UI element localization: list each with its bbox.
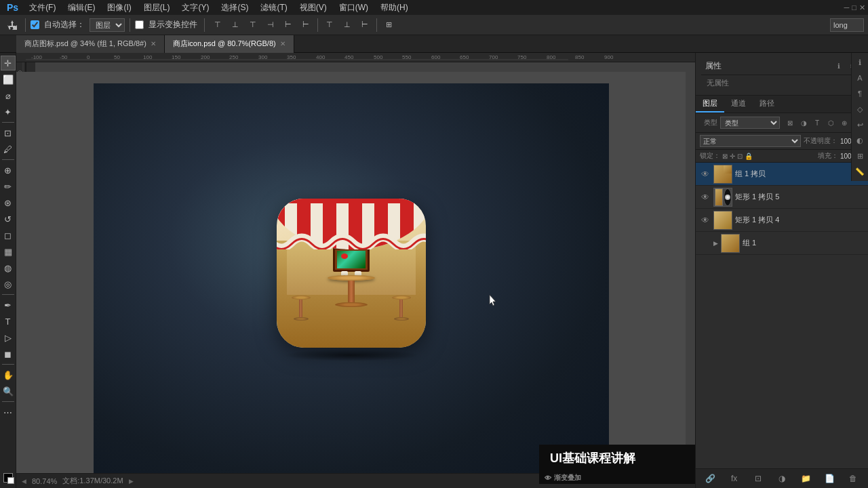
prop-icon-char[interactable]: A bbox=[853, 71, 867, 85]
link-layers-btn[interactable]: 🔗 bbox=[704, 472, 717, 485]
minimize-btn[interactable]: ─ bbox=[844, 3, 850, 12]
arrange-btn[interactable]: ⊞ bbox=[380, 17, 397, 33]
close-btn[interactable]: ✕ bbox=[859, 3, 865, 12]
blur-tool-icon[interactable]: ◍ bbox=[1, 260, 16, 275]
align-right-btn[interactable]: ⊢ bbox=[298, 17, 314, 33]
magic-wand-icon[interactable]: ✦ bbox=[1, 104, 16, 119]
distribute-top-btn[interactable]: ⊤ bbox=[321, 17, 338, 33]
layer-select[interactable]: 图层 组 bbox=[90, 18, 125, 32]
menu-text[interactable]: 文字(Y) bbox=[176, 1, 214, 15]
status-arrow-left[interactable]: ◀ bbox=[22, 478, 26, 485]
path-select-icon[interactable]: ▷ bbox=[1, 330, 16, 345]
search-input[interactable] bbox=[830, 18, 864, 32]
brush-tool-icon[interactable]: ✏ bbox=[1, 179, 16, 194]
distribute-vcenter-btn[interactable]: ⊥ bbox=[339, 17, 355, 33]
auto-select-checkbox[interactable] bbox=[31, 20, 39, 29]
tab-shop-icon[interactable]: 商店图标.psd @ 34% (组 1, RGB/8#) ✕ bbox=[16, 35, 165, 53]
prop-icon-path[interactable]: ◇ bbox=[853, 102, 867, 116]
crop-tool-icon[interactable]: ⊡ bbox=[1, 125, 16, 140]
tab-close-1[interactable]: ✕ bbox=[151, 40, 156, 47]
zoom-tool-icon[interactable]: 🔍 bbox=[1, 384, 16, 399]
pen-tool-icon[interactable]: ✒ bbox=[1, 298, 16, 312]
lasso-tool-icon[interactable]: ⌀ bbox=[1, 88, 16, 103]
menu-filter[interactable]: 滤镜(T) bbox=[255, 1, 292, 15]
prop-icon-info[interactable]: ℹ bbox=[853, 56, 867, 69]
add-style-btn[interactable]: fx bbox=[728, 472, 741, 485]
show-transform-checkbox[interactable] bbox=[135, 20, 144, 29]
menu-image[interactable]: 图像(I) bbox=[102, 1, 136, 15]
menu-view[interactable]: 视图(V) bbox=[294, 1, 332, 15]
align-vcenter-btn[interactable]: ⊥ bbox=[227, 17, 243, 33]
filter-pixel-icon[interactable]: ⊠ bbox=[784, 117, 796, 129]
new-adjustment-btn[interactable]: ◑ bbox=[775, 472, 789, 485]
layer-vis-1[interactable]: 👁 bbox=[700, 169, 711, 180]
lock-px-icon[interactable]: ⊠ bbox=[722, 152, 728, 160]
tab-paths[interactable]: 路径 bbox=[753, 96, 781, 113]
tab-close-2[interactable]: ✕ bbox=[280, 40, 285, 47]
marquee-tool-icon[interactable]: ⬜ bbox=[1, 72, 16, 87]
prop-icon-para[interactable]: ¶ bbox=[853, 87, 867, 100]
menu-edit[interactable]: 编辑(E) bbox=[62, 1, 100, 15]
lock-art-icon[interactable]: ⊡ bbox=[737, 152, 743, 160]
stamp-tool-icon[interactable]: ⊛ bbox=[1, 195, 16, 210]
align-hcenter-btn[interactable]: ⊢ bbox=[280, 17, 296, 33]
layer-name-3: 矩形 1 拷贝 4 bbox=[735, 215, 864, 225]
menu-window[interactable]: 窗口(W) bbox=[334, 1, 374, 15]
distribute-hcenter-btn[interactable]: ⊢ bbox=[357, 17, 373, 33]
prop-icon-3d[interactable]: ⊞ bbox=[853, 149, 867, 163]
status-arrow-right[interactable]: ▶ bbox=[129, 478, 134, 485]
menu-file[interactable]: 文件(F) bbox=[24, 1, 61, 15]
lock-move-icon[interactable]: ✛ bbox=[730, 152, 735, 160]
layer-vis-2[interactable]: 👁 bbox=[700, 192, 711, 203]
eyedropper-icon[interactable]: 🖊 bbox=[1, 142, 16, 157]
delete-layer-btn[interactable]: 🗑 bbox=[846, 472, 860, 485]
align-top-btn[interactable]: ⊤ bbox=[210, 17, 226, 33]
filter-adj-icon[interactable]: ◑ bbox=[797, 117, 810, 129]
tab-layers[interactable]: 图层 bbox=[696, 96, 724, 113]
tab-channels[interactable]: 通道 bbox=[724, 96, 753, 113]
shape-tool-icon[interactable]: ◼ bbox=[1, 346, 16, 361]
layer-lock-row: 锁定： ⊠ ✛ ⊡ 🔒 填充： 100% bbox=[696, 150, 868, 163]
filter-text-icon[interactable]: T bbox=[811, 117, 823, 129]
filter-smart-icon[interactable]: ⊕ bbox=[838, 117, 850, 129]
svg-text:550: 550 bbox=[402, 54, 412, 60]
text-tool-icon[interactable]: T bbox=[1, 314, 16, 329]
layer-vis-3[interactable]: 👁 bbox=[700, 215, 711, 226]
healing-brush-icon[interactable]: ⊕ bbox=[1, 163, 16, 178]
new-layer-btn[interactable]: 📄 bbox=[823, 472, 836, 485]
hand-tool-icon[interactable]: ✋ bbox=[1, 367, 16, 382]
layer-vis-4[interactable]: 👁 bbox=[700, 238, 711, 249]
lock-all-icon[interactable]: 🔒 bbox=[745, 152, 753, 160]
history-brush-icon[interactable]: ↺ bbox=[1, 211, 16, 226]
layer-item-group1[interactable]: 👁 ▶ 组 1 bbox=[696, 232, 868, 255]
prop-icon-adjust[interactable]: ◐ bbox=[853, 134, 867, 147]
layer-item-rect1-copy4[interactable]: 👁 矩形 1 拷贝 4 bbox=[696, 209, 868, 232]
gradient-tool-icon[interactable]: ▦ bbox=[1, 244, 16, 259]
canvas-bg[interactable] bbox=[16, 72, 686, 488]
restore-btn[interactable]: □ bbox=[852, 3, 856, 12]
dots-icon[interactable]: ⋯ bbox=[1, 405, 16, 420]
group-arrow-4[interactable]: ▶ bbox=[713, 240, 718, 247]
canvas-wrap[interactable]: -100 -50 0 50 100 150 200 250 300 350 40… bbox=[16, 53, 695, 488]
properties-info-icon[interactable]: ℹ bbox=[833, 60, 845, 72]
dodge-tool-icon[interactable]: ◎ bbox=[1, 277, 16, 291]
add-mask-btn[interactable]: ⊡ bbox=[751, 472, 765, 485]
filter-shape-icon[interactable]: ⬡ bbox=[825, 117, 837, 129]
move-tool[interactable] bbox=[4, 17, 20, 33]
new-group-btn[interactable]: 📁 bbox=[799, 472, 812, 485]
layer-name-1: 组 1 拷贝 bbox=[735, 169, 864, 179]
tab-shop-icon2[interactable]: 商店icon.psd @ 80.7%(RGB/8) ✕ bbox=[165, 35, 294, 53]
align-left-btn[interactable]: ⊣ bbox=[262, 17, 279, 33]
prop-icon-measure[interactable]: 📏 bbox=[853, 165, 867, 178]
menu-help[interactable]: 帮助(H) bbox=[375, 1, 414, 15]
layer-mode-select[interactable]: 正常 bbox=[700, 135, 801, 147]
prop-icon-history[interactable]: ↩ bbox=[853, 118, 867, 131]
eraser-tool-icon[interactable]: ◻ bbox=[1, 228, 16, 243]
menu-layer[interactable]: 图层(L) bbox=[138, 1, 176, 15]
move-tool-icon[interactable]: ✛ bbox=[1, 56, 16, 70]
align-bottom-btn[interactable]: ⊤ bbox=[245, 17, 261, 33]
filter-select[interactable]: 类型 bbox=[720, 117, 780, 129]
menu-select[interactable]: 选择(S) bbox=[216, 1, 254, 15]
layer-item-rect1-copy5[interactable]: 👁 矩形 1 拷贝 5 bbox=[696, 186, 868, 209]
layer-item-group1-copy[interactable]: 👁 组 1 拷贝 bbox=[696, 163, 868, 186]
